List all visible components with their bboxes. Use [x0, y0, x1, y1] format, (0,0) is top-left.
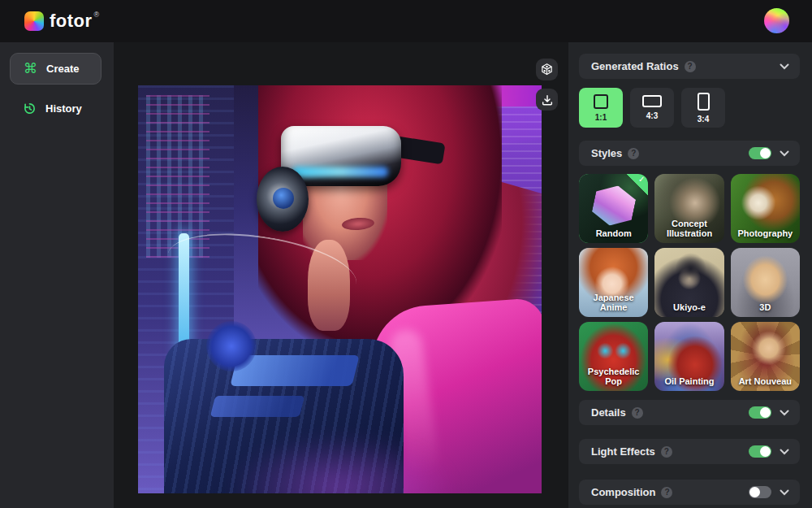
download-button[interactable] — [536, 89, 558, 111]
fotor-logo[interactable]: fotor ® — [24, 11, 99, 32]
top-bar: fotor ® — [0, 0, 812, 42]
style-card-photography[interactable]: Photography — [731, 174, 800, 243]
help-icon[interactable]: ? — [661, 446, 672, 458]
sidebar: ⌘ Create History — [0, 42, 114, 508]
ratio-1-1-button[interactable]: 1:1 — [579, 88, 623, 128]
ratio-3-4-button[interactable]: 3:4 — [681, 88, 725, 128]
light-effects-header[interactable]: Light Effects ? — [579, 439, 800, 464]
history-icon — [23, 102, 37, 115]
ratio-options: 1:1 4:3 3:4 — [579, 88, 800, 128]
details-label: Details — [591, 406, 626, 419]
style-card-psychedelic-pop[interactable]: Psychedelic Pop — [579, 322, 648, 391]
light-effects-label: Light Effects — [591, 445, 655, 458]
generated-image — [138, 85, 542, 493]
help-icon[interactable]: ? — [632, 407, 643, 419]
sidebar-item-label: History — [45, 102, 82, 115]
toggle-knob — [749, 487, 760, 497]
composition-label: Composition — [591, 486, 655, 498]
generated-ratios-label: Generated Ratios — [591, 60, 679, 72]
registered-mark: ® — [94, 11, 100, 19]
landscape-ratio-icon — [642, 95, 662, 107]
blue-pompom — [206, 321, 257, 371]
details-header[interactable]: Details ? — [579, 400, 800, 425]
composition-toggle[interactable] — [749, 486, 771, 498]
chevron-down-icon[interactable] — [780, 63, 789, 70]
command-icon: ⌘ — [24, 62, 37, 76]
canvas-area — [114, 42, 568, 508]
chevron-down-icon[interactable] — [780, 449, 789, 455]
headphone-core — [273, 188, 294, 209]
help-icon[interactable]: ? — [685, 61, 696, 72]
chevron-down-icon[interactable] — [780, 489, 789, 496]
details-toggle[interactable] — [749, 406, 771, 419]
sidebar-item-label: Create — [46, 63, 79, 75]
chevron-down-icon[interactable] — [780, 150, 789, 157]
square-ratio-icon — [594, 94, 608, 109]
toggle-knob — [760, 407, 771, 418]
fotor-logo-icon — [24, 11, 44, 31]
ratio-4-3-button[interactable]: 4:3 — [630, 88, 674, 128]
styles-label: Styles — [591, 147, 622, 159]
help-icon[interactable]: ? — [628, 148, 639, 159]
randomize-dice-button[interactable] — [536, 59, 558, 80]
light-effects-toggle[interactable] — [749, 445, 771, 458]
style-grid: ✓ Random Concept Illustration Photograph… — [579, 174, 800, 391]
style-card-ukiyo-e[interactable]: Ukiyo-e — [654, 248, 723, 317]
fotor-app: fotor ® ⌘ Create History — [0, 0, 812, 508]
toggle-knob — [760, 148, 771, 158]
sidebar-item-history[interactable]: History — [23, 102, 114, 115]
user-avatar[interactable] — [764, 8, 789, 33]
styles-header[interactable]: Styles ? — [579, 141, 800, 166]
neon-window-lights — [146, 95, 209, 258]
composition-header[interactable]: Composition ? — [579, 480, 800, 505]
selected-check-icon: ✓ — [627, 174, 648, 195]
generated-ratios-header[interactable]: Generated Ratios ? — [579, 54, 800, 79]
help-icon[interactable]: ? — [661, 487, 672, 498]
fotor-logo-text: fotor — [50, 11, 93, 32]
style-card-concept-illustration[interactable]: Concept Illustration — [654, 174, 723, 243]
style-card-art-nouveau[interactable]: Art Nouveau — [731, 322, 800, 391]
style-card-oil-painting[interactable]: Oil Painting — [654, 322, 723, 391]
style-card-3d[interactable]: 3D — [731, 248, 800, 317]
sidebar-item-create[interactable]: ⌘ Create — [10, 53, 102, 85]
style-card-japanese-anime[interactable]: Japanese Anime — [579, 248, 648, 317]
settings-panel: Generated Ratios ? 1:1 4:3 3:4 — [568, 42, 812, 508]
cyan-visor-glow — [292, 167, 388, 177]
styles-toggle[interactable] — [749, 147, 771, 159]
style-card-random[interactable]: ✓ Random — [579, 174, 648, 243]
vest-plate-small — [210, 396, 304, 417]
toggle-knob — [760, 446, 771, 457]
chevron-down-icon[interactable] — [780, 410, 789, 416]
portrait-ratio-icon — [698, 93, 710, 111]
